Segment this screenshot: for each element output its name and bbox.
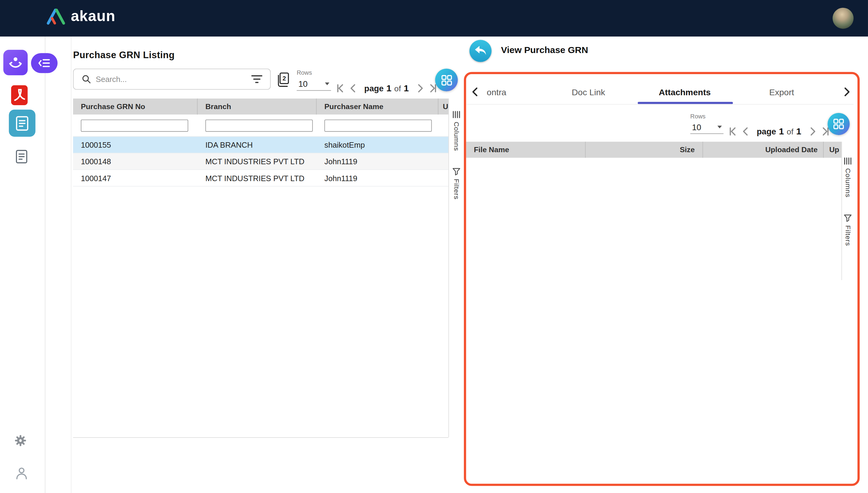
tab-attachments[interactable]: Attachments (659, 87, 711, 97)
first-page-icon (334, 83, 345, 93)
sidebar-item-listing[interactable] (15, 149, 29, 165)
column-header-size[interactable]: Size (586, 142, 703, 157)
rows-per-page-select[interactable]: 10 (297, 78, 331, 91)
rows-per-page-value: 10 (298, 79, 308, 89)
filter-list-icon[interactable] (251, 75, 262, 84)
table-header: Purchase GRN No Branch Purchaser Name Up (73, 99, 448, 114)
first-page-button[interactable] (727, 126, 738, 137)
filters-label: Filters (453, 179, 460, 199)
table-side-controls: Columns Filters (842, 142, 853, 280)
filters-label: Filters (844, 225, 852, 246)
search-box (73, 69, 270, 90)
filter-input-branch[interactable] (205, 119, 312, 131)
page-title: Purchase GRN Listing (73, 50, 174, 61)
table-side-controls: Columns Filters (450, 111, 463, 199)
column-header-purchase-grn-no[interactable]: Purchase GRN No (73, 99, 197, 114)
rows-per-page-select[interactable]: 10 (690, 121, 723, 134)
chevron-right-icon (807, 126, 818, 136)
brand-logo[interactable]: akaun (46, 8, 115, 25)
sidebar-expand-button[interactable] (31, 53, 58, 73)
chevron-left-icon (740, 126, 751, 136)
table-header: File Name Size Uploaded Date Up (466, 142, 842, 157)
table-row[interactable]: 1000147 MCT INDUSTRIES PVT LTD John1119 (73, 170, 448, 187)
cell-purchaser: shaikotEmp (317, 137, 438, 153)
previous-page-button[interactable] (347, 83, 359, 94)
avatar[interactable] (832, 8, 853, 29)
search-input[interactable] (96, 75, 247, 84)
cell-branch: IDA BRANCH (198, 137, 317, 153)
tab-export[interactable]: Export (769, 87, 794, 97)
detail-title: View Purchase GRN (501, 45, 588, 56)
cell-grn-no: 1000148 (73, 153, 197, 169)
filter-funnel-icon (844, 214, 852, 222)
cell-branch: MCT INDUSTRIES PVT LTD (198, 170, 317, 186)
document-list-icon (15, 115, 29, 131)
grn-table: Purchase GRN No Branch Purchaser Name Up… (73, 99, 448, 187)
chevron-right-icon (841, 86, 852, 98)
sidebar-item-pdf[interactable] (11, 85, 29, 106)
akaun-logo-icon (46, 8, 65, 25)
previous-page-button[interactable] (740, 126, 751, 137)
columns-label: Columns (453, 122, 460, 151)
grid-icon (833, 119, 844, 130)
grid-icon (441, 74, 452, 86)
filter-funnel-icon (452, 168, 461, 175)
column-header-purchaser-name[interactable]: Purchaser Name (317, 99, 438, 114)
chevron-down-icon (717, 126, 722, 128)
page-word: page (757, 127, 776, 136)
tab-doc-link[interactable]: Doc Link (572, 87, 605, 97)
layout-grid-button[interactable] (828, 113, 850, 135)
pages-view-button[interactable]: 2 (276, 72, 290, 87)
next-page-button[interactable] (807, 126, 818, 137)
filter-input-grn-no[interactable] (81, 119, 188, 131)
tabs-scroll-left-button[interactable] (470, 86, 481, 98)
sidebar-item-procurement[interactable] (3, 50, 28, 75)
table-row[interactable]: 1000148 MCT INDUSTRIES PVT LTD John1119 (73, 153, 448, 170)
page-word: page (364, 83, 384, 92)
column-header-uploaded-date[interactable]: Uploaded Date (703, 142, 824, 157)
first-page-button[interactable] (334, 83, 345, 94)
columns-label: Columns (844, 168, 852, 197)
columns-icon (452, 111, 461, 119)
page-total: 1 (404, 83, 409, 93)
column-header-updated[interactable]: Up (438, 99, 449, 114)
column-header-file-name[interactable]: File Name (466, 142, 586, 157)
columns-icon (844, 157, 852, 165)
column-header-branch[interactable]: Branch (198, 99, 317, 114)
profile-button[interactable] (15, 467, 27, 480)
columns-toggle[interactable]: Columns (452, 111, 461, 151)
chevron-right-icon (415, 83, 425, 93)
purchase-grn-listing-panel: Purchase GRN Listing 2 Rows 10 (71, 37, 462, 493)
person-icon (15, 467, 27, 480)
cell-purchaser: John1119 (317, 153, 438, 169)
table-right-divider (449, 99, 449, 437)
sidebar-item-grn-listing[interactable] (9, 110, 35, 137)
rows-per-page-value: 10 (692, 122, 701, 132)
columns-toggle[interactable]: Columns (844, 157, 852, 198)
filters-toggle[interactable]: Filters (844, 214, 852, 246)
list-icon (15, 149, 28, 164)
back-arrow-icon (474, 45, 486, 57)
search-icon (81, 74, 91, 84)
next-page-button[interactable] (414, 83, 426, 94)
back-button[interactable] (470, 40, 492, 62)
settings-button[interactable] (15, 434, 26, 447)
page-current: 1 (386, 83, 391, 93)
pagination: page 1 of 1 (334, 81, 438, 95)
first-page-icon (727, 126, 738, 136)
filter-input-purchaser-name[interactable] (324, 119, 432, 131)
pagination: page 1 of 1 (727, 124, 831, 138)
rows-label: Rows (297, 69, 312, 76)
tabs-scroll-right-button[interactable] (841, 86, 852, 98)
tab-contra[interactable]: ontra (487, 87, 506, 97)
filters-toggle[interactable]: Filters (452, 168, 461, 199)
table-row[interactable]: 1000155 IDA BRANCH shaikotEmp (73, 137, 448, 153)
layout-grid-button[interactable] (435, 69, 458, 91)
column-header-updated[interactable]: Up (824, 142, 842, 157)
of-word: of (787, 127, 793, 136)
sidebar (0, 37, 45, 493)
cell-grn-no: 1000155 (73, 137, 197, 153)
of-word: of (394, 84, 401, 92)
menu-open-icon (38, 59, 50, 67)
table-bottom-divider (73, 437, 448, 438)
